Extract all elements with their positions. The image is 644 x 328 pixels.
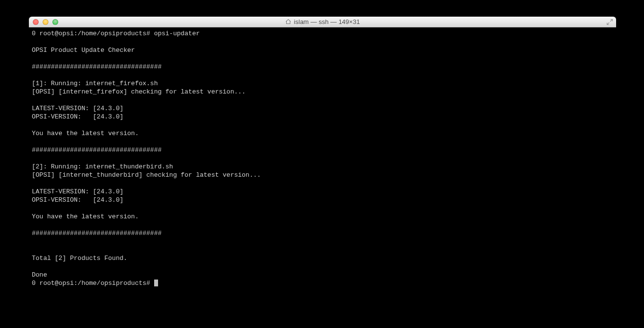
- terminal-line: OPSI-VERSION: [24.3.0]: [32, 113, 123, 120]
- terminal-line: Total [2] Products Found.: [32, 255, 127, 262]
- terminal-window: islam — ssh — 149×31 0 root@opsi:/home/o…: [29, 17, 616, 310]
- terminal-line: ##################################: [32, 146, 161, 154]
- close-button[interactable]: [33, 19, 39, 25]
- terminal-line: ##################################: [32, 63, 161, 70]
- terminal-line: 0 root@opsi:/home/opsiproducts# opsi-upd…: [32, 30, 200, 37]
- minimize-button[interactable]: [43, 19, 48, 25]
- cursor: [154, 280, 158, 286]
- home-icon: [285, 19, 292, 25]
- terminal-line: You have the latest version.: [32, 213, 138, 220]
- fullscreen-icon[interactable]: [606, 19, 613, 25]
- terminal-line: You have the latest version.: [32, 130, 138, 137]
- terminal-line: [2]: Running: internet_thunderbird.sh: [32, 163, 173, 170]
- traffic-lights: [33, 19, 58, 25]
- terminal-line: [OPSI] [internet_firefox] checking for l…: [32, 88, 246, 95]
- terminal-line: LATEST-VERSION: [24.3.0]: [32, 188, 123, 195]
- terminal-line: OPSI Product Update Checker: [32, 47, 135, 54]
- terminal-line: ##################################: [32, 230, 161, 237]
- terminal-line: [1]: Running: internet_firefox.sh: [32, 80, 158, 87]
- maximize-button[interactable]: [52, 19, 58, 25]
- window-title: islam — ssh — 149×31: [285, 18, 360, 25]
- terminal-line: Done: [32, 271, 47, 279]
- terminal-line: [OPSI] [internet_thunderbird] checking f…: [32, 171, 261, 179]
- terminal-output[interactable]: 0 root@opsi:/home/opsiproducts# opsi-upd…: [29, 27, 616, 310]
- terminal-line: 0 root@opsi:/home/opsiproducts#: [32, 280, 154, 287]
- window-title-text: islam — ssh — 149×31: [294, 18, 360, 25]
- terminal-line: LATEST-VERSION: [24.3.0]: [32, 105, 123, 112]
- titlebar[interactable]: islam — ssh — 149×31: [29, 17, 616, 27]
- terminal-line: OPSI-VERSION: [24.3.0]: [32, 196, 123, 204]
